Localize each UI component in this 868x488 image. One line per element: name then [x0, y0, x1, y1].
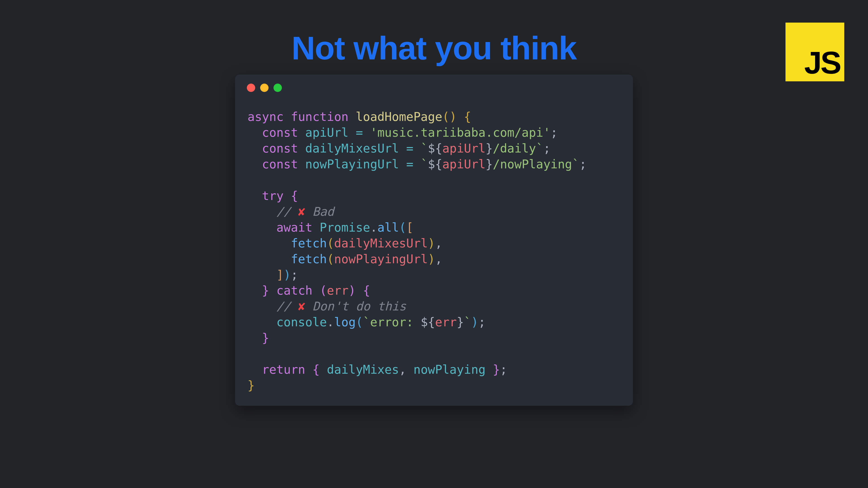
window-titlebar	[235, 74, 633, 92]
close-icon	[247, 84, 255, 92]
code-line	[248, 172, 620, 188]
code-line: ]);	[248, 267, 620, 283]
code-window: async function loadHomePage() { const ap…	[235, 74, 633, 406]
code-line: fetch(nowPlayingUrl),	[248, 251, 620, 267]
code-line: const apiUrl = 'music.tariibaba.com/api'…	[248, 125, 620, 140]
code-line: }	[248, 378, 620, 393]
js-logo-label: JS	[804, 47, 840, 78]
code-line: async function loadHomePage() {	[248, 109, 620, 125]
code-line: fetch(dailyMixesUrl),	[248, 235, 620, 251]
code-line	[248, 346, 620, 362]
js-logo: JS	[785, 23, 844, 81]
code-line: const nowPlayingUrl = `${apiUrl}/nowPlay…	[248, 156, 620, 172]
minimize-icon	[260, 84, 269, 92]
code-line: return { dailyMixes, nowPlaying };	[248, 362, 620, 378]
code-line: // ✘ Bad	[248, 204, 620, 220]
code-snippet: async function loadHomePage() { const ap…	[235, 92, 633, 406]
code-line: await Promise.all([	[248, 220, 620, 235]
code-line: // ✘ Don't do this	[248, 298, 620, 314]
code-line: console.log(`error: ${err}`);	[248, 314, 620, 330]
page-title: Not what you think	[0, 29, 868, 67]
code-line: const dailyMixesUrl = `${apiUrl}/daily`;	[248, 140, 620, 156]
code-line: }	[248, 330, 620, 346]
code-line: try {	[248, 188, 620, 204]
maximize-icon	[274, 84, 282, 92]
code-line: } catch (err) {	[248, 283, 620, 298]
